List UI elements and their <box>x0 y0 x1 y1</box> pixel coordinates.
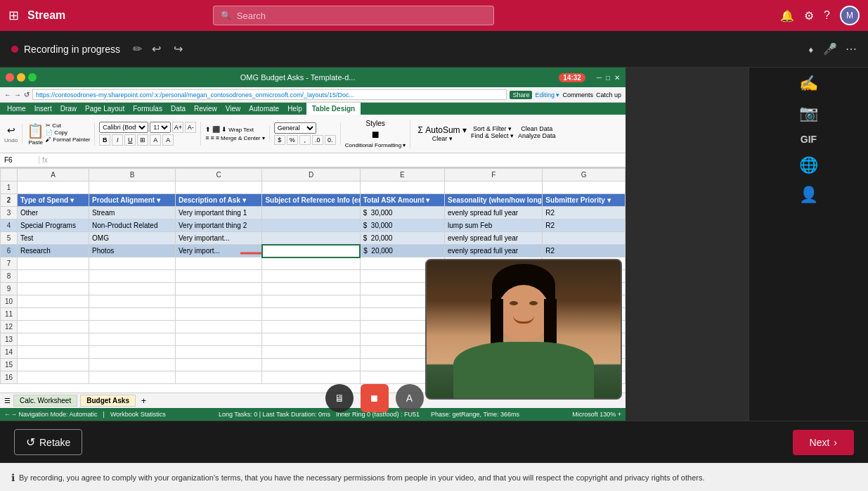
share-button[interactable]: Share <box>510 91 532 99</box>
r5-product[interactable]: OMG <box>89 232 176 245</box>
cell-reference[interactable]: F6 <box>4 156 39 164</box>
sheet-tab-budget[interactable]: Budget Asks <box>80 395 136 407</box>
excel-close-icon[interactable]: ✕ <box>614 74 620 82</box>
decrease-font-btn[interactable]: A- <box>185 122 196 133</box>
undo-btn[interactable]: ↩ <box>4 125 18 136</box>
empty-cell[interactable] <box>89 333 176 346</box>
r4-type[interactable]: Special Programs <box>18 219 89 232</box>
tab-automate[interactable]: Automate <box>245 103 283 115</box>
empty-cell[interactable] <box>18 295 89 308</box>
tab-view[interactable]: View <box>221 103 245 115</box>
back-icon[interactable]: ← <box>4 91 11 98</box>
r3-type[interactable]: Other <box>18 207 89 219</box>
r1c6[interactable] <box>445 181 543 194</box>
notification-button[interactable]: 🔔 <box>780 9 794 23</box>
format-painter-btn[interactable]: 🖌 Format Painter <box>46 136 90 143</box>
r3-subject[interactable] <box>262 207 360 219</box>
currency-btn[interactable]: $ <box>274 135 285 145</box>
tab-help[interactable]: Help <box>283 103 306 115</box>
empty-cell[interactable] <box>18 346 89 359</box>
wrap-text-btn[interactable]: Wrap Text <box>228 126 254 133</box>
tab-formulas[interactable]: Formulas <box>129 103 167 115</box>
tab-data[interactable]: Data <box>167 103 190 115</box>
r1c7[interactable] <box>543 181 626 194</box>
increase-decimal-btn[interactable]: .0 <box>312 135 323 145</box>
empty-cell[interactable] <box>18 270 89 283</box>
clear-btn[interactable]: Clear ▾ <box>432 135 453 142</box>
microphone-button[interactable]: 🎤 <box>823 42 837 56</box>
minimize-icon[interactable]: ─ <box>597 74 602 82</box>
cut-btn[interactable]: ✂ Cut <box>46 122 90 129</box>
empty-cell[interactable] <box>262 371 360 384</box>
font-family-select[interactable]: Calibri (Body) <box>99 122 148 133</box>
empty-cell[interactable] <box>175 371 261 384</box>
tab-insert[interactable]: Insert <box>30 103 56 115</box>
autosum-btn[interactable]: Σ AutoSum ▾ <box>417 125 466 135</box>
sheet-tab-calc[interactable]: Calc. Worksheet <box>13 395 77 407</box>
empty-cell[interactable] <box>262 346 360 359</box>
r5-season[interactable]: evenly spread full year <box>445 232 543 245</box>
r3-amount[interactable]: $ 30,000 <box>360 207 444 219</box>
header-amount[interactable]: Total ASK Amount ▾ <box>360 194 444 207</box>
merge-center-btn[interactable]: Merge & Center ▾ <box>221 134 265 141</box>
minimize-button[interactable] <box>17 73 25 82</box>
empty-cell[interactable] <box>18 283 89 295</box>
pen-icon[interactable]: ✏ <box>133 42 142 56</box>
camera-tool-btn[interactable]: 📷 <box>799 104 818 122</box>
more-options-button[interactable]: ⋯ <box>846 42 857 56</box>
settings-button[interactable]: ⚙ <box>804 9 814 23</box>
empty-cell[interactable] <box>262 308 360 321</box>
align-left-btn[interactable]: ≡ <box>205 134 209 141</box>
tab-page-layout[interactable]: Page Layout <box>81 103 129 115</box>
font-size-select[interactable]: 11 <box>150 122 171 133</box>
italic-btn[interactable]: I <box>112 134 123 146</box>
header-type[interactable]: Type of Spend ▾ <box>18 194 89 207</box>
empty-cell[interactable] <box>175 270 261 283</box>
empty-cell[interactable] <box>89 308 176 321</box>
redo-button[interactable]: ↪ <box>171 39 186 58</box>
align-center-btn[interactable]: ≡ <box>211 134 214 141</box>
empty-cell[interactable] <box>18 257 89 270</box>
r5-desc[interactable]: Very important... <box>175 232 261 245</box>
header-desc[interactable]: Description of Ask ▾ <box>175 194 261 207</box>
align-top-btn[interactable]: ⬆ <box>205 126 211 133</box>
tab-table-design[interactable]: Table Design <box>306 103 361 115</box>
r3-season[interactable]: evenly spread full year <box>445 207 543 219</box>
r5-priority[interactable] <box>543 232 626 245</box>
copy-btn[interactable]: 📄 Copy <box>46 129 90 136</box>
pen-tool-btn[interactable]: ✍ <box>799 75 818 93</box>
maximize-button[interactable] <box>28 73 37 82</box>
empty-cell[interactable] <box>262 359 360 371</box>
comma-btn[interactable]: , <box>299 135 311 145</box>
retake-button[interactable]: ↺ Retake <box>14 429 82 455</box>
empty-cell[interactable] <box>89 295 176 308</box>
screen-share-letter-btn[interactable]: A <box>396 384 424 412</box>
sort-filter-btn[interactable]: Sort & Filter ▾ <box>473 125 512 132</box>
header-subject[interactable]: Subject of Reference Info (email or othe… <box>262 194 360 207</box>
comments-button[interactable]: Comments <box>562 91 593 98</box>
r1c1[interactable] <box>18 181 89 194</box>
wand-button[interactable]: ⬧ <box>808 43 815 56</box>
empty-cell[interactable] <box>262 283 360 295</box>
r6-subject[interactable] <box>262 245 360 257</box>
r4-product[interactable]: Non-Product Related <box>89 219 176 232</box>
empty-cell[interactable] <box>175 308 261 321</box>
empty-cell[interactable] <box>89 321 176 333</box>
restore-icon[interactable]: □ <box>606 74 610 82</box>
catch-up-button[interactable]: Catch up <box>596 91 621 98</box>
r4-amount[interactable]: $ 30,000 <box>360 219 444 232</box>
header-priority[interactable]: Submitter Priority ▾ <box>543 194 626 207</box>
search-bar[interactable]: 🔍 <box>213 6 494 25</box>
empty-cell[interactable] <box>18 321 89 333</box>
r6-product[interactable]: Photos <box>89 245 176 257</box>
empty-cell[interactable] <box>18 371 89 384</box>
r6-season[interactable]: evenly spread full year <box>445 245 543 257</box>
fill-color-btn[interactable]: A <box>150 134 161 146</box>
next-button[interactable]: Next › <box>793 430 854 455</box>
screen-share-desktop-btn[interactable]: 🖥 <box>325 384 354 412</box>
empty-cell[interactable] <box>18 359 89 371</box>
empty-cell[interactable] <box>262 257 360 270</box>
empty-cell[interactable] <box>89 257 176 270</box>
header-season[interactable]: Seasonality (when/how long) ▾ <box>445 194 543 207</box>
empty-cell[interactable] <box>18 308 89 321</box>
